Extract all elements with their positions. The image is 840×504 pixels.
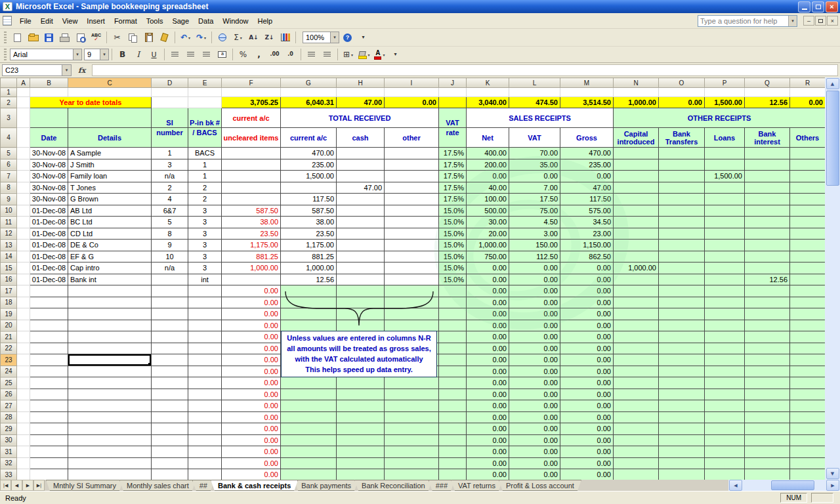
cell-K29[interactable]: 0.00 [467,423,509,435]
cell-I33[interactable] [385,469,439,480]
cell-B19[interactable] [30,308,68,320]
cell-J26[interactable] [439,388,467,400]
cell-H8[interactable]: 47.00 [337,182,385,194]
cell-R13[interactable] [790,240,826,251]
align-right-button[interactable] [199,48,214,62]
cell-G28[interactable] [281,411,337,423]
cell-E30[interactable] [188,434,222,446]
menu-sage[interactable]: Sage [167,14,194,28]
cell-N10[interactable] [614,205,659,217]
insert-hyperlink-button[interactable] [215,31,230,45]
row-header-18[interactable]: 18 [1,297,17,308]
cell-B27[interactable] [30,400,68,412]
cell-H13[interactable] [337,240,385,251]
cell-P30[interactable] [705,434,745,446]
cell-O17[interactable] [659,285,705,297]
cell-D29[interactable] [152,423,188,435]
cell-R21[interactable] [790,331,826,343]
cell-B18[interactable] [30,297,68,308]
cell-E23[interactable] [188,354,222,366]
cell-K30[interactable]: 0.00 [467,434,509,446]
cell-R27[interactable] [790,400,826,412]
cell-L19[interactable]: 0.00 [509,308,560,320]
cell-H28[interactable] [337,411,385,423]
cell-O20[interactable] [659,320,705,331]
cell-O32[interactable] [659,457,705,469]
cell-J18[interactable] [439,297,467,308]
save-button[interactable] [41,31,56,45]
cell-D28[interactable] [152,411,188,423]
cell-F30[interactable]: 0.00 [222,434,281,446]
zoom-select[interactable]: 100%▾ [303,32,339,43]
cell-M11[interactable]: 34.50 [560,217,614,228]
cell-P27[interactable] [705,400,745,412]
cell-O27[interactable] [659,400,705,412]
cell-R23[interactable] [790,354,826,366]
cell-N12[interactable] [614,228,659,240]
cell-C13[interactable]: DE & Co [68,240,152,251]
cell-P7[interactable]: 1,500.00 [705,171,745,182]
decrease-indent-button[interactable] [304,48,319,62]
cell-N28[interactable] [614,411,659,423]
cell-I14[interactable] [385,251,439,262]
cell-O21[interactable] [659,331,705,343]
cell-M33[interactable]: 0.00 [560,469,614,480]
cell-F11[interactable]: 38.00 [222,217,281,228]
cell-C31[interactable] [68,446,152,458]
cell-F28[interactable]: 0.00 [222,411,281,423]
cell-A21[interactable] [17,331,30,343]
cell-P5[interactable] [705,148,745,159]
row-header-26[interactable]: 26 [1,388,17,400]
cell-L33[interactable]: 0.00 [509,469,560,480]
cell-A7[interactable] [17,171,30,182]
cell-K7[interactable]: 0.00 [467,171,509,182]
cell-F4[interactable]: uncleared items [222,128,281,148]
cell-C10[interactable]: AB Ltd [68,205,152,217]
cell-O1[interactable] [659,88,705,97]
paste-button[interactable] [141,31,156,45]
sheet-tab-vat-returns[interactable]: VAT returns [451,480,503,491]
cell-G33[interactable] [281,469,337,480]
open-button[interactable] [26,31,41,45]
cell-N9[interactable] [614,194,659,205]
cell-B24[interactable] [30,366,68,377]
cell-H32[interactable] [337,457,385,469]
cell-P21[interactable] [705,331,745,343]
cell-E5[interactable]: BACS [188,148,222,159]
cell-H4[interactable]: cash [337,128,385,148]
cell-I6[interactable] [385,159,439,171]
sheet-tab-[interactable]: ### [429,480,455,491]
cell-O22[interactable] [659,343,705,354]
row-header-19[interactable]: 19 [1,308,17,320]
cell-B14[interactable]: 01-Dec-08 [30,251,68,262]
chevron-down-icon[interactable]: ▾ [788,16,797,26]
cell-J10[interactable]: 15.0% [439,205,467,217]
cell-D30[interactable] [152,434,188,446]
cell-A14[interactable] [17,251,30,262]
row-header-16[interactable]: 16 [1,274,17,285]
cell-F26[interactable]: 0.00 [222,388,281,400]
cell-P28[interactable] [705,411,745,423]
cell-E15[interactable]: 3 [188,262,222,274]
cell-N6[interactable] [614,159,659,171]
cell-R31[interactable] [790,446,826,458]
vertical-scroll-thumb[interactable] [826,91,839,186]
cell-E22[interactable] [188,343,222,354]
cell-O33[interactable] [659,469,705,480]
cell-G27[interactable] [281,400,337,412]
cell-O18[interactable] [659,297,705,308]
cell-E4[interactable]: / BACS [188,128,222,148]
cell-Q26[interactable] [745,388,790,400]
cell-F33[interactable]: 0.00 [222,469,281,480]
vertical-scrollbar[interactable]: ▲ ▼ [825,77,840,480]
cell-C27[interactable] [68,400,152,412]
cell-F8[interactable] [222,182,281,194]
row-header-33[interactable]: 33 [1,469,17,480]
cell-P11[interactable] [705,217,745,228]
cell-L5[interactable]: 70.00 [509,148,560,159]
sheet-tab-bank-cash-receipts[interactable]: Bank & cash receipts [211,480,298,491]
row-header-31[interactable]: 31 [1,446,17,458]
chevron-down-icon[interactable]: ▾ [240,35,242,40]
cell-M1[interactable] [560,88,614,97]
cell-D9[interactable]: 4 [152,194,188,205]
